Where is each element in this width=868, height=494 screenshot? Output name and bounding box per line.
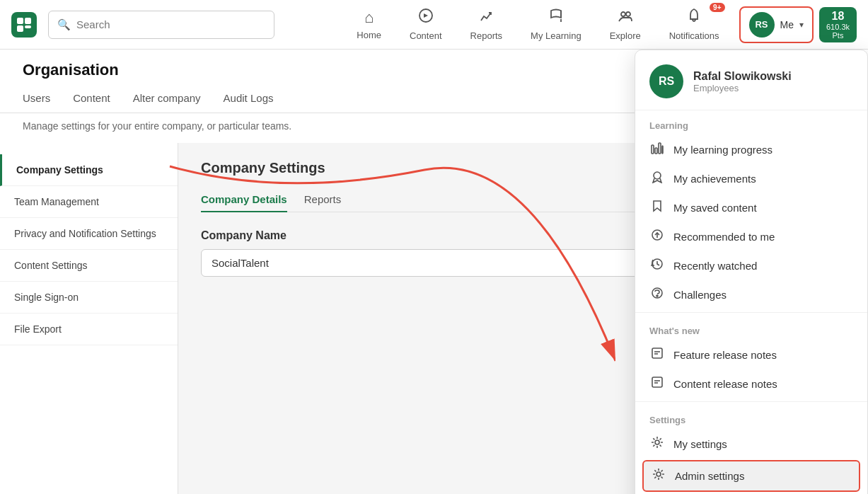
saved-content-icon <box>649 200 665 216</box>
divider-1 <box>635 312 867 313</box>
search-bar[interactable]: 🔍 <box>48 11 274 39</box>
dp-label-my-saved-content: My saved content <box>673 202 757 214</box>
svg-rect-1 <box>25 18 31 24</box>
dp-label-content-release: Content release notes <box>673 378 777 390</box>
dp-label-challenges: Challenges <box>673 289 727 301</box>
svg-point-6 <box>626 12 630 16</box>
dropdown-user-info: Rafal Slowikowski Employees <box>693 70 792 93</box>
nav-reports-label: Reports <box>470 30 503 41</box>
section-label-settings: Settings <box>635 405 867 430</box>
topnav: 🔍 ⌂ Home Content <box>0 0 868 50</box>
notifications-icon <box>686 8 702 28</box>
dp-item-feature-release[interactable]: Feature release notes <box>635 340 867 369</box>
svg-rect-2 <box>17 25 23 32</box>
sidebar-item-team-management[interactable]: Team Management <box>0 186 178 218</box>
dp-item-my-achievements[interactable]: My achievements <box>635 164 867 193</box>
pts-label: Pts <box>833 31 844 40</box>
nav-reports[interactable]: Reports <box>456 0 517 50</box>
explore-icon <box>618 8 633 28</box>
section-label-whats-new: What's new <box>635 316 867 340</box>
svg-point-20 <box>656 472 661 476</box>
chevron-down-icon: ▾ <box>799 20 804 30</box>
svg-point-5 <box>621 12 625 16</box>
dropdown-panel: RS Rafal Slowikowski Employees Learning … <box>635 50 868 494</box>
dp-label-recommended: Recommended to me <box>673 231 775 243</box>
sub-tab-company-details[interactable]: Company Details <box>201 188 287 212</box>
me-label: Me <box>780 19 794 30</box>
svg-rect-3 <box>25 25 31 28</box>
tab-content[interactable]: Content <box>73 85 110 113</box>
sub-tab-reports[interactable]: Reports <box>304 188 342 212</box>
nav-content-label: Content <box>410 30 442 41</box>
nav-home-label: Home <box>357 30 381 40</box>
tab-audit-logs[interactable]: Audit Logs <box>224 85 274 113</box>
dropdown-user-role: Employees <box>693 83 792 93</box>
content-icon <box>418 8 434 28</box>
achievements-icon <box>649 171 665 187</box>
nav-notifications-label: Notifications <box>669 30 719 41</box>
app-logo <box>11 12 37 38</box>
svg-rect-0 <box>17 18 23 24</box>
divider-2 <box>635 401 867 402</box>
sidebar-item-privacy-notification[interactable]: Privacy and Notification Settings <box>0 218 178 250</box>
nav-notifications[interactable]: 9+ Notifications <box>655 0 734 50</box>
tab-users[interactable]: Users <box>23 85 50 113</box>
dp-label-my-achievements: My achievements <box>673 173 756 185</box>
section-label-learning: Learning <box>635 110 867 135</box>
dp-item-recently-watched[interactable]: Recently watched <box>635 251 867 280</box>
dp-item-my-settings[interactable]: My settings <box>635 430 867 459</box>
svg-point-16 <box>656 295 658 297</box>
home-icon: ⌂ <box>364 8 374 27</box>
sidebar: Company Settings Team Management Privacy… <box>0 143 178 494</box>
dropdown-avatar: RS <box>649 64 683 98</box>
admin-settings-icon <box>651 468 666 484</box>
search-icon: 🔍 <box>57 18 71 31</box>
nav-explore[interactable]: Explore <box>596 0 655 50</box>
sidebar-item-file-export[interactable]: File Export <box>0 314 178 345</box>
tab-alter-company[interactable]: Alter company <box>133 85 201 113</box>
sidebar-item-single-signon[interactable]: Single Sign-on <box>0 282 178 314</box>
svg-rect-8 <box>652 145 654 154</box>
dp-label-my-learning-progress: My learning progress <box>673 144 772 156</box>
dp-label-my-settings: My settings <box>673 438 727 450</box>
sidebar-item-content-settings[interactable]: Content Settings <box>0 250 178 282</box>
dp-item-challenges[interactable]: Challenges <box>635 280 867 309</box>
feature-release-icon <box>649 347 665 363</box>
learning-progress-icon <box>649 142 665 158</box>
sidebar-item-company-settings[interactable]: Company Settings <box>0 154 178 186</box>
svg-rect-9 <box>655 148 657 154</box>
svg-rect-11 <box>662 146 663 154</box>
nav-my-learning[interactable]: My Learning <box>516 0 596 50</box>
my-settings-icon <box>649 436 665 452</box>
dp-label-admin-settings: Admin settings <box>675 470 744 482</box>
reports-icon <box>478 8 494 28</box>
nav-home[interactable]: ⌂ Home <box>342 0 395 50</box>
dp-label-recently-watched: Recently watched <box>673 260 757 272</box>
nav-links: ⌂ Home Content R <box>342 0 857 50</box>
svg-point-19 <box>655 440 659 444</box>
pts-number: 18 <box>832 10 845 23</box>
nav-content[interactable]: Content <box>395 0 456 50</box>
dp-item-my-learning-progress[interactable]: My learning progress <box>635 135 867 164</box>
svg-rect-10 <box>659 143 661 154</box>
notifications-badge: 9+ <box>710 3 724 12</box>
dp-label-feature-release: Feature release notes <box>673 349 777 361</box>
dp-item-my-saved-content[interactable]: My saved content <box>635 193 867 222</box>
challenges-icon <box>649 287 665 303</box>
svg-rect-17 <box>652 348 662 358</box>
me-avatar: RS <box>749 12 775 38</box>
dp-item-content-release[interactable]: Content release notes <box>635 369 867 398</box>
nav-my-learning-label: My Learning <box>531 30 581 41</box>
pts-value: 610.3k <box>826 23 850 31</box>
recommended-icon <box>649 229 665 245</box>
pts-block: 18 610.3k Pts <box>819 7 857 42</box>
svg-rect-18 <box>652 377 662 387</box>
nav-explore-label: Explore <box>610 30 641 41</box>
dp-item-admin-settings[interactable]: Admin settings <box>642 460 860 492</box>
dropdown-header: RS Rafal Slowikowski Employees <box>635 50 867 110</box>
svg-point-12 <box>654 172 661 179</box>
me-button[interactable]: RS Me ▾ <box>739 6 814 43</box>
search-input[interactable] <box>76 18 265 30</box>
dp-item-recommended[interactable]: Recommended to me <box>635 222 867 251</box>
dropdown-user-name: Rafal Slowikowski <box>693 70 792 83</box>
